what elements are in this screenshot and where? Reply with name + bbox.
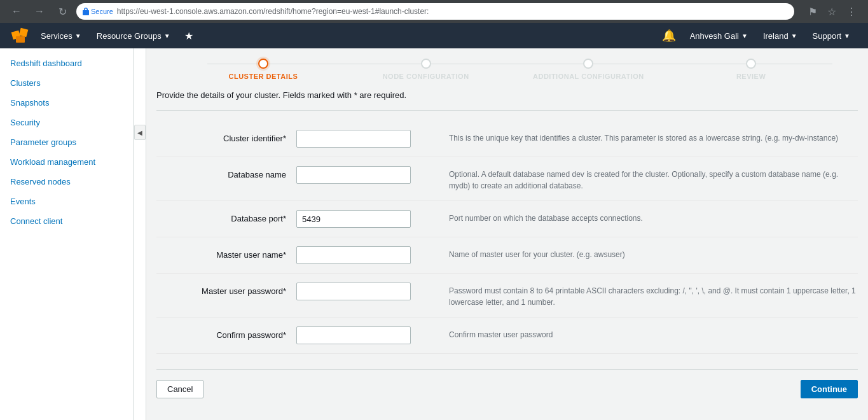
- sidebar-collapse-toggle[interactable]: ◀: [134, 48, 146, 420]
- label-confirm-password: Confirm password*: [156, 326, 296, 340]
- continue-button[interactable]: Continue: [801, 380, 858, 398]
- form-container: Cluster Details Node Configuration Addit…: [146, 48, 868, 420]
- wizard-step-node-config: Node Configuration: [345, 59, 507, 80]
- input-col-confirm-password: [296, 326, 424, 344]
- help-master-user-password: Password must contain 8 to 64 printable …: [424, 283, 858, 308]
- wizard-step-circle-4: [746, 59, 756, 69]
- svg-rect-1: [19, 28, 29, 38]
- wizard-step-label-3: Additional Configuration: [533, 73, 644, 80]
- input-col-cluster-identifier: [296, 130, 424, 148]
- master-user-password-input[interactable]: [296, 283, 411, 300]
- form-row-database-name: Database name Optional. A default databa…: [156, 157, 858, 201]
- form-row-cluster-identifier: Cluster identifier* This is the unique k…: [156, 121, 858, 157]
- forward-button[interactable]: →: [31, 3, 48, 20]
- form-row-database-port: Database port* Port number on which the …: [156, 201, 858, 237]
- region-chevron: ▼: [791, 32, 797, 39]
- help-master-user-name: Name of master user for your cluster. (e…: [424, 246, 858, 260]
- wizard-step-circle-2: [421, 59, 431, 69]
- cluster-identifier-input[interactable]: [296, 130, 411, 148]
- label-cluster-identifier: Cluster identifier*: [156, 130, 296, 143]
- region-menu[interactable]: Ireland ▼: [755, 23, 805, 48]
- svg-rect-2: [16, 36, 25, 43]
- browser-chrome: ← → ↻ Secure https://eu-west-1.console.a…: [0, 0, 868, 23]
- form-row-confirm-password: Confirm password* Confirm master user pa…: [156, 318, 858, 354]
- form-row-master-user-name: Master user name* Name of master user fo…: [156, 237, 858, 274]
- help-cluster-identifier: This is the unique key that identifies a…: [424, 130, 858, 144]
- sidebar-item-workload-management[interactable]: Workload management: [0, 152, 133, 172]
- label-database-name: Database name: [156, 166, 296, 179]
- sidebar-item-clusters[interactable]: Clusters: [0, 73, 133, 93]
- services-menu[interactable]: Services ▼: [33, 23, 89, 48]
- form-section: Cluster identifier* This is the unique k…: [156, 121, 858, 364]
- wizard-step-circle-3: [583, 59, 593, 69]
- star-icon[interactable]: ☆: [823, 4, 840, 19]
- sidebar-item-snapshots[interactable]: Snapshots: [0, 93, 133, 113]
- help-database-name: Optional. A default database named dev i…: [424, 166, 858, 192]
- secure-badge: Secure: [83, 8, 113, 15]
- nav-right: 🔔 Anhvesh Gali ▼ Ireland ▼ Support ▼: [656, 23, 858, 48]
- sidebar-item-events[interactable]: Events: [0, 192, 133, 211]
- sidebar-item-reserved-nodes[interactable]: Reserved nodes: [0, 172, 133, 192]
- form-row-master-user-password: Master user password* Password must cont…: [156, 274, 858, 318]
- wizard-steps: Cluster Details Node Configuration Addit…: [156, 48, 858, 85]
- form-footer: Cancel Continue: [156, 369, 858, 398]
- menu-icon[interactable]: ⋮: [843, 4, 860, 19]
- sidebar-item-connect-client[interactable]: Connect client: [0, 211, 133, 231]
- label-database-port: Database port*: [156, 210, 296, 223]
- resource-groups-chevron: ▼: [164, 32, 170, 39]
- browser-actions: ⚑ ☆ ⋮: [804, 4, 860, 19]
- cancel-button[interactable]: Cancel: [156, 380, 203, 398]
- user-menu[interactable]: Anhvesh Gali ▼: [682, 23, 755, 48]
- bell-icon[interactable]: 🔔: [656, 29, 682, 43]
- input-col-database-name: [296, 166, 424, 184]
- database-port-input[interactable]: [296, 210, 411, 228]
- services-chevron: ▼: [75, 32, 81, 39]
- database-name-input[interactable]: [296, 166, 411, 184]
- back-button[interactable]: ←: [8, 3, 25, 20]
- wizard-step-cluster-details: Cluster Details: [182, 59, 345, 80]
- sidebar-item-security[interactable]: Security: [0, 113, 133, 132]
- sidebar-item-redshift-dashboard[interactable]: Redshift dashboard: [0, 53, 133, 73]
- wizard-step-label-4: Review: [736, 73, 766, 80]
- support-chevron: ▼: [844, 32, 850, 39]
- label-master-user-name: Master user name*: [156, 246, 296, 260]
- help-confirm-password: Confirm master user password: [424, 326, 858, 340]
- reload-button[interactable]: ↻: [53, 3, 71, 20]
- favorites-icon[interactable]: ★: [178, 30, 200, 42]
- sidebar-item-parameter-groups[interactable]: Parameter groups: [0, 132, 133, 152]
- wizard-step-label-1: Cluster Details: [229, 73, 298, 80]
- wizard-step-label-2: Node Configuration: [383, 73, 469, 80]
- bookmark-icon[interactable]: ⚑: [804, 4, 821, 19]
- address-bar[interactable]: Secure https://eu-west-1.console.aws.ama…: [76, 3, 794, 20]
- input-col-master-user-name: [296, 246, 424, 264]
- main-layout: Redshift dashboard Clusters Snapshots Se…: [0, 48, 868, 420]
- confirm-password-input[interactable]: [296, 326, 411, 344]
- support-menu[interactable]: Support ▼: [805, 23, 858, 48]
- user-chevron: ▼: [741, 32, 748, 39]
- help-database-port: Port number on which the database accept…: [424, 210, 858, 224]
- input-col-database-port: [296, 210, 424, 228]
- resource-groups-menu[interactable]: Resource Groups ▼: [89, 23, 178, 48]
- sidebar: Redshift dashboard Clusters Snapshots Se…: [0, 48, 134, 420]
- form-description: Provide the details of your cluster. Fie…: [156, 85, 858, 111]
- wizard-step-circle-1: [258, 59, 268, 69]
- label-master-user-password: Master user password*: [156, 283, 296, 296]
- collapse-btn-icon: ◀: [134, 125, 146, 140]
- wizard-step-review: Review: [670, 59, 832, 80]
- wizard-step-additional-config: Additional Configuration: [507, 59, 670, 80]
- url-text: https://eu-west-1.console.aws.amazon.com…: [117, 7, 429, 16]
- master-user-name-input[interactable]: [296, 246, 411, 264]
- input-col-master-user-password: [296, 283, 424, 300]
- aws-nav: Services ▼ Resource Groups ▼ ★ 🔔 Anhvesh…: [0, 23, 868, 48]
- aws-logo: [10, 25, 31, 46]
